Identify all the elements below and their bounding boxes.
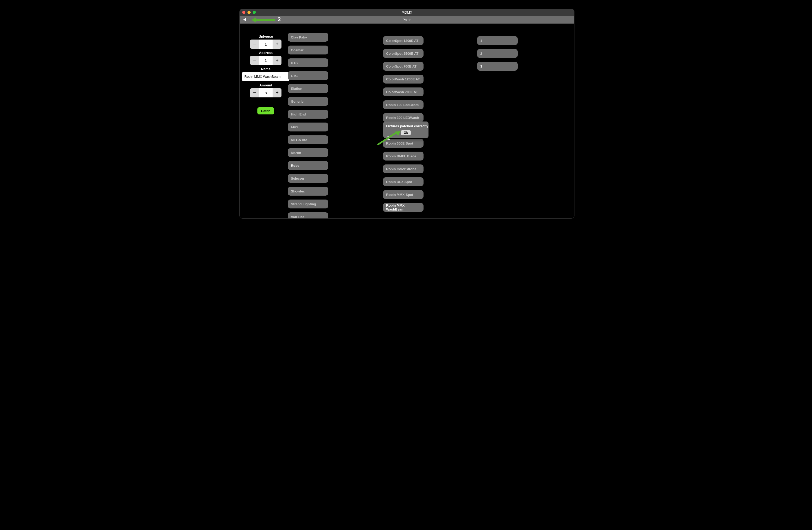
- mode-item[interactable]: 1: [477, 36, 518, 45]
- manufacturer-item[interactable]: Robe: [288, 161, 328, 170]
- manufacturer-item[interactable]: Vari-Lite: [288, 212, 328, 219]
- patch-button[interactable]: Patch: [257, 107, 274, 114]
- universe-value[interactable]: 1: [259, 40, 273, 49]
- zoom-icon[interactable]: [253, 11, 256, 14]
- confirmation-dialog: Fixtures patched correctly Ok: [383, 122, 429, 138]
- titlebar: PiDMX: [240, 9, 574, 16]
- universe-label: Universe: [259, 34, 273, 39]
- page-title: Patch: [240, 18, 574, 22]
- app-title: PiDMX: [240, 11, 574, 14]
- universe-increment[interactable]: +: [273, 40, 281, 49]
- manufacturer-item[interactable]: Martin: [288, 148, 328, 157]
- fixture-item[interactable]: ColorSpot 2500E AT: [383, 49, 423, 58]
- amount-decrement[interactable]: −: [250, 88, 259, 97]
- fixture-item[interactable]: Robin 600E Spot: [383, 139, 423, 148]
- back-icon[interactable]: [243, 18, 246, 22]
- fixture-item[interactable]: ColorWash 700E AT: [383, 87, 423, 96]
- manufacturer-item[interactable]: Selecon: [288, 174, 328, 183]
- fixture-item[interactable]: Robin ColorStrobe: [383, 165, 423, 173]
- manufacturer-item[interactable]: Strand Lighting: [288, 199, 328, 208]
- universe-decrement[interactable]: −: [250, 40, 259, 49]
- fixture-item[interactable]: Robin BMFL Blade: [383, 152, 423, 161]
- address-stepper: − 1 +: [250, 56, 281, 65]
- fixture-item[interactable]: Robin 300 LEDWash: [383, 113, 423, 122]
- patch-form: Universe − 1 + Address − 1 + Name Amount…: [240, 24, 292, 114]
- manufacturer-item[interactable]: Generic: [288, 97, 328, 106]
- ok-button[interactable]: Ok: [401, 130, 410, 135]
- amount-stepper: − 8 +: [250, 88, 281, 97]
- fixture-item[interactable]: Robin 100 LedBeam: [383, 100, 423, 109]
- manufacturer-item[interactable]: High End: [288, 110, 328, 118]
- address-decrement[interactable]: −: [250, 56, 259, 65]
- fixture-item[interactable]: Robin MMX Spot: [383, 190, 423, 199]
- dialog-message: Fixtures patched correctly: [386, 124, 426, 128]
- manufacturer-item[interactable]: DTS: [288, 58, 328, 67]
- fixture-item[interactable]: ColorWash 1200E AT: [383, 75, 423, 84]
- manufacturer-item[interactable]: Coemar: [288, 45, 328, 54]
- address-label: Address: [259, 51, 273, 55]
- amount-value[interactable]: 8: [259, 88, 273, 97]
- manufacturer-item[interactable]: I-Pix: [288, 123, 328, 131]
- address-value[interactable]: 1: [259, 56, 273, 65]
- close-icon[interactable]: [242, 11, 245, 14]
- mode-item[interactable]: 3: [477, 62, 518, 71]
- amount-increment[interactable]: +: [273, 88, 281, 97]
- manufacturer-item[interactable]: Showtec: [288, 187, 328, 196]
- mode-list: 123: [477, 36, 518, 71]
- manufacturer-item[interactable]: Elation: [288, 84, 328, 93]
- address-increment[interactable]: +: [273, 56, 281, 65]
- navbar: Patch: [240, 16, 574, 24]
- window-controls: [242, 11, 256, 14]
- manufacturer-list: Clay PakyCoemarDTSETCElationGenericHigh …: [288, 33, 328, 219]
- fixture-item[interactable]: ColorSpot 1200E AT: [383, 36, 423, 45]
- manufacturer-item[interactable]: MEGA-lite: [288, 135, 328, 144]
- name-label: Name: [261, 67, 270, 71]
- fixture-item[interactable]: Robin MMX WashBeam: [383, 203, 423, 212]
- fixture-item[interactable]: ColorSpot 700E AT: [383, 62, 423, 71]
- app-window: PiDMX Patch Universe − 1 + Address − 1 +: [240, 9, 575, 219]
- mode-item[interactable]: 2: [477, 49, 518, 58]
- amount-label: Amount: [259, 83, 272, 87]
- universe-stepper: − 1 +: [250, 40, 281, 49]
- manufacturer-item[interactable]: Clay Paky: [288, 33, 328, 42]
- minimize-icon[interactable]: [247, 11, 251, 14]
- manufacturer-item[interactable]: ETC: [288, 71, 328, 80]
- name-field[interactable]: [242, 72, 289, 81]
- fixture-item[interactable]: Robin DLX Spot: [383, 177, 423, 186]
